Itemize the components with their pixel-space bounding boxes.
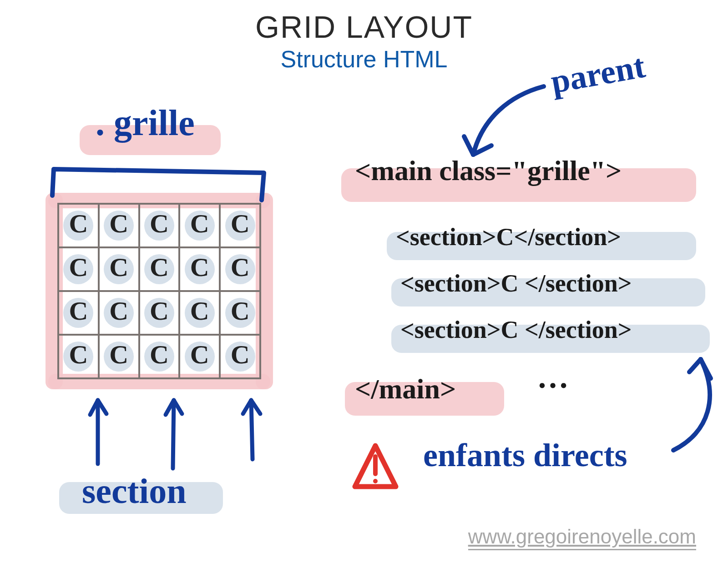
grid-cell: C <box>57 246 100 292</box>
code-main-open: <main class="grille"> <box>355 155 622 187</box>
grid-cell: C <box>219 334 261 379</box>
grid-cell: C <box>57 334 100 379</box>
grid-cell: C <box>138 203 181 248</box>
grid-illustration: CCCCCCCCCCCCCCCCCCCC <box>50 196 268 387</box>
svg-point-1 <box>373 479 378 483</box>
children-annotation: enfants directs <box>423 437 627 474</box>
diagram-page: GRID LAYOUT Structure HTML . grille CCCC… <box>0 0 728 563</box>
grid-cell: C <box>219 203 261 248</box>
grid-cell: C <box>98 246 140 292</box>
code-section-2: <section>C </section> <box>400 269 632 297</box>
warning-icon <box>355 446 396 487</box>
grid-cell: C <box>98 334 140 379</box>
grid-cell: C <box>138 334 181 379</box>
children-arrow <box>673 359 711 450</box>
grid-cell: C <box>57 290 100 336</box>
parent-arrow <box>464 86 544 155</box>
grid-cell: C <box>57 203 100 248</box>
grid-cell: C <box>219 290 261 336</box>
grid-cell: C <box>138 290 181 336</box>
code-main-close: </main> <box>355 373 456 405</box>
code-ellipsis: … <box>537 359 575 396</box>
section-label: section <box>82 471 187 512</box>
grid-cell: C <box>178 246 221 292</box>
grid-cell: C <box>219 246 261 292</box>
footer-link[interactable]: www.gregoirenoyelle.com <box>468 525 696 550</box>
grid-cell: C <box>138 246 181 292</box>
section-arrows <box>90 400 260 468</box>
grid-cell: C <box>178 334 221 379</box>
page-title: GRID LAYOUT <box>0 9 728 45</box>
grille-class-label: . grille <box>96 102 195 144</box>
grid-cell: C <box>98 203 140 248</box>
code-section-3: <section>C </section> <box>400 316 632 344</box>
code-section-1: <section>C</section> <box>396 223 621 251</box>
grid-cell: C <box>98 290 140 336</box>
grid-cell: C <box>178 290 221 336</box>
grid-cell: C <box>178 203 221 248</box>
